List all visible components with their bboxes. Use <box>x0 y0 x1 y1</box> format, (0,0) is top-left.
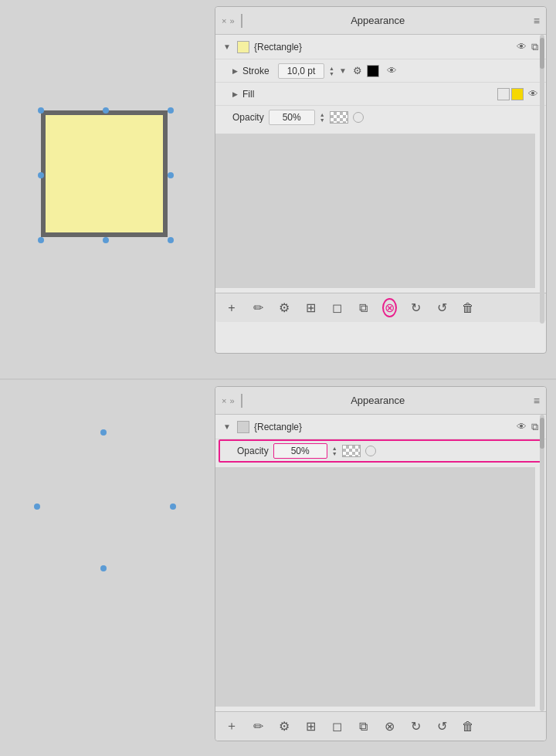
panel-menu-icon-bottom[interactable]: ≡ <box>534 395 540 407</box>
rectangle-shape <box>41 110 168 237</box>
fill-label: Fill <box>242 89 273 100</box>
fill-row: ▶ Fill 👁 <box>215 83 546 106</box>
duplicate-icon-bottom[interactable]: ⧉ <box>531 421 538 433</box>
panel-scrollbar-bottom[interactable] <box>540 415 544 711</box>
anchor-bottom-center <box>103 237 109 243</box>
close-icon-bottom[interactable]: × <box>222 396 226 405</box>
layer-row-top: ▼ {Rectangle} 👁 ⧉ <box>215 35 546 59</box>
opacity-row-top: Opacity 50% ▲ ▼ <box>215 106 546 129</box>
panel-toolbar-top: + ✏ ⚙ ⊞ ◻ ⧉ ⊗ ↻ ↺ 🗑 <box>215 293 546 322</box>
appearance-panel-bottom: × » Appearance ≡ ▼ {Rectangle} 👁 ⧉ Opaci… <box>215 386 547 741</box>
stroke-value[interactable]: 10,0 pt <box>278 63 324 79</box>
collapse-icon[interactable]: » <box>229 16 234 25</box>
opacity-checkerboard-bottom <box>342 445 361 457</box>
stroke-row: ▶ Stroke 10,0 pt ▲ ▼ ▼ ⚙ 👁 <box>215 59 546 83</box>
stroke-dropdown[interactable]: ▼ <box>339 66 347 75</box>
panel-header-controls: × » <box>222 14 246 28</box>
fill-color-swatch[interactable] <box>511 88 524 100</box>
bottom-anchor-mid-left <box>34 503 40 510</box>
visibility-icon-bottom[interactable]: 👁 <box>517 421 527 432</box>
stroke-options-icon[interactable]: ⚙ <box>353 65 362 76</box>
opacity-checkerboard-top <box>330 111 348 124</box>
opacity-value-bottom[interactable]: 50% <box>273 443 327 459</box>
duplicate-icon[interactable]: ⧉ <box>531 41 538 53</box>
fill-empty-swatch[interactable] <box>497 88 510 100</box>
bottom-anchor-mid-right <box>170 503 176 510</box>
refresh1-button-top[interactable]: ↻ <box>405 298 425 318</box>
fill-expand-btn[interactable]: ▶ <box>232 90 238 98</box>
copy-button-top[interactable]: ⧉ <box>353 298 373 318</box>
gear-button-top[interactable]: ⚙ <box>274 298 294 318</box>
camera-button-top[interactable]: ◻ <box>327 298 347 318</box>
stroke-visibility-icon[interactable]: 👁 <box>387 65 397 76</box>
copy-button-bottom[interactable]: ⧉ <box>353 717 373 737</box>
panel-header-controls-bottom: × » <box>222 394 246 408</box>
opacity-stepper-bottom[interactable]: ▲ ▼ <box>332 446 337 456</box>
bottom-anchor-top-left <box>100 429 107 436</box>
close-circle-button-top[interactable]: ⊗ <box>379 298 399 318</box>
layers-button-bottom[interactable]: ⊞ <box>300 717 320 737</box>
opacity-reset-top[interactable] <box>353 112 364 123</box>
opacity-reset-bottom[interactable] <box>365 446 376 456</box>
layer-expand-btn[interactable]: ▼ <box>223 42 232 51</box>
opacity-value-top[interactable]: 50% <box>269 110 315 125</box>
opacity-label-bottom: Opacity <box>237 446 269 456</box>
canvas-top <box>0 0 208 378</box>
stroke-stepper[interactable]: ▲ ▼ <box>329 66 334 76</box>
anchor-top-left <box>38 107 44 114</box>
scrollbar-thumb-top[interactable] <box>540 38 544 69</box>
refresh1-button-bottom[interactable]: ↻ <box>405 717 425 737</box>
anchor-top-right <box>168 107 174 114</box>
anchor-mid-right <box>168 172 174 178</box>
appearance-panel-top: × » Appearance ≡ ▼ {Rectangle} 👁 ⧉ ▶ Str… <box>215 6 547 354</box>
add-effect-button-bottom[interactable]: ＋ <box>222 717 242 737</box>
trash-button-bottom[interactable]: 🗑 <box>458 717 478 737</box>
opacity-row-highlighted: Opacity 50% ▲ ▼ <box>219 439 543 463</box>
layer-name: {Rectangle} <box>254 42 509 53</box>
layer-color-swatch[interactable] <box>237 41 249 53</box>
canvas-bottom <box>0 380 208 756</box>
panel-menu-icon-top[interactable]: ≡ <box>534 15 540 27</box>
top-section: × » Appearance ≡ ▼ {Rectangle} 👁 ⧉ ▶ Str… <box>0 0 556 378</box>
bottom-section: × » Appearance ≡ ▼ {Rectangle} 👁 ⧉ Opaci… <box>0 380 556 756</box>
refresh2-button-top[interactable]: ↺ <box>432 298 452 318</box>
header-divider <box>241 14 242 28</box>
anchor-bottom-left <box>38 237 44 243</box>
layers-button-top[interactable]: ⊞ <box>300 298 320 318</box>
panel-title-top: Appearance <box>246 15 510 26</box>
rectangle-container <box>35 104 174 243</box>
collapse-icon-bottom[interactable]: » <box>229 396 234 405</box>
panel-header-top: × » Appearance ≡ <box>215 7 546 35</box>
anchor-mid-left <box>38 172 44 178</box>
layer-color-swatch-bottom[interactable] <box>237 421 249 433</box>
layer-expand-btn-bottom[interactable]: ▼ <box>223 422 232 431</box>
fill-swatch-container: 👁 <box>497 88 538 100</box>
stroke-expand-btn[interactable]: ▶ <box>232 67 238 75</box>
trash-button-top[interactable]: 🗑 <box>458 298 478 318</box>
refresh2-button-bottom[interactable]: ↺ <box>432 717 452 737</box>
close-circle-highlight: ⊗ <box>382 298 397 317</box>
header-divider-bottom <box>241 394 242 408</box>
panel-empty-area-bottom <box>215 467 535 707</box>
camera-button-bottom[interactable]: ◻ <box>327 717 347 737</box>
opacity-stepper-top[interactable]: ▲ ▼ <box>320 112 325 123</box>
panel-scrollbar-top[interactable] <box>540 35 544 324</box>
scrollbar-thumb-bottom[interactable] <box>540 418 544 449</box>
close-icon[interactable]: × <box>222 16 226 25</box>
visibility-icon[interactable]: 👁 <box>517 41 527 53</box>
layer-row-bottom: ▼ {Rectangle} 👁 ⧉ <box>215 415 546 439</box>
gear-button-bottom[interactable]: ⚙ <box>274 717 294 737</box>
pencil-button-top[interactable]: ✏ <box>248 298 268 318</box>
fill-visibility-icon[interactable]: 👁 <box>528 88 538 100</box>
layer-name-bottom: {Rectangle} <box>254 422 509 432</box>
panel-empty-area-top <box>215 134 535 288</box>
add-effect-button[interactable]: + <box>222 298 242 318</box>
stroke-label: Stroke <box>242 66 273 76</box>
stroke-color-swatch[interactable] <box>367 65 379 77</box>
opacity-label-top: Opacity <box>232 112 264 123</box>
anchor-top-center <box>103 107 109 114</box>
panel-header-bottom: × » Appearance ≡ <box>215 387 546 415</box>
close-circle-button-bottom[interactable]: ⊗ <box>379 717 399 737</box>
pencil-button-bottom[interactable]: ✏ <box>248 717 268 737</box>
bottom-anchor-bottom-center <box>100 565 107 571</box>
